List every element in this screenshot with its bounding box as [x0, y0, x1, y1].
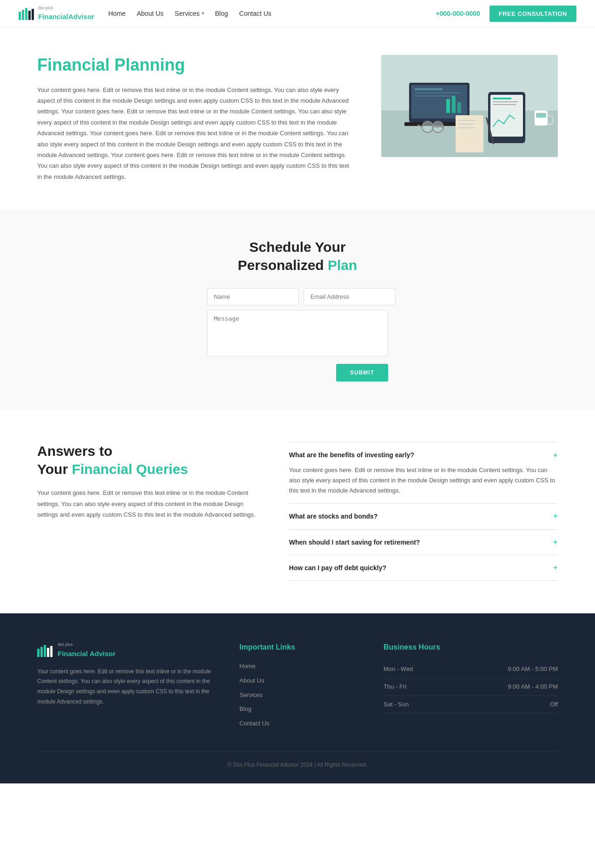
- schedule-title-accent: Plan: [328, 257, 357, 273]
- phone-number: +000-000-0000: [436, 8, 480, 19]
- faq-section: Answers toYour Financial Queries Your co…: [0, 409, 595, 613]
- svg-rect-33: [40, 647, 43, 657]
- nav-item-home[interactable]: Home: [108, 8, 126, 19]
- logo-icon: [19, 7, 35, 20]
- nav-links: Home About Us Services ▾ Blog Contact Us: [108, 8, 271, 19]
- footer-link-services[interactable]: Services: [239, 690, 356, 700]
- faq-question-2[interactable]: When should I start saving for retiremen…: [289, 537, 558, 547]
- logo-brand: divi plus: [38, 5, 94, 11]
- footer-links-title-main: Important: [239, 643, 276, 651]
- faq-question-0[interactable]: What are the benefits of investing early…: [289, 450, 558, 460]
- svg-rect-27: [536, 113, 546, 118]
- footer-link-blog[interactable]: Blog: [239, 704, 356, 714]
- svg-rect-14: [457, 102, 461, 113]
- svg-rect-0: [19, 12, 21, 20]
- hero-title: Financial Planning: [37, 55, 353, 75]
- message-input[interactable]: [207, 310, 388, 356]
- footer-brand-col: divi plus Financial Advisor Your content…: [37, 641, 212, 732]
- footer-hours-title-main: Business: [383, 643, 419, 651]
- faq-left-col: Answers toYour Financial Queries Your co…: [37, 442, 261, 520]
- footer-logo-brand: divi plus: [58, 641, 116, 648]
- footer-link-contact[interactable]: Contact Us: [239, 718, 356, 729]
- footer-links-col: Important Links Home About Us Services B…: [239, 641, 356, 732]
- svg-rect-11: [415, 95, 452, 97]
- logo-accent-text: Advisor: [68, 13, 94, 20]
- hero-title-accent: Planning: [114, 55, 185, 74]
- plus-icon-3: +: [553, 564, 558, 572]
- plus-icon-1: +: [553, 512, 558, 520]
- svg-rect-1: [22, 10, 24, 20]
- svg-rect-19: [493, 101, 518, 102]
- footer-link-home[interactable]: Home: [239, 661, 356, 671]
- svg-rect-17: [490, 95, 523, 137]
- footer-link-about[interactable]: About Us: [239, 675, 356, 686]
- hours-days-1: Thu - Fri: [383, 678, 448, 696]
- footer-logo-accent: Advisor: [90, 650, 116, 658]
- cta-button[interactable]: FREE CONSULTATION: [489, 6, 576, 22]
- nav-item-blog[interactable]: Blog: [215, 8, 228, 19]
- hours-row-0: Mon - Wed 9:00 AM - 5:00 PM: [383, 661, 558, 678]
- hero-image-box: [381, 55, 558, 157]
- faq-question-1[interactable]: What are stocks and bonds? +: [289, 511, 558, 521]
- footer-logo: divi plus Financial Advisor: [37, 641, 212, 659]
- hero-section: Financial Planning Your content goes her…: [0, 27, 595, 210]
- hero-content: Financial Planning Your content goes her…: [37, 55, 353, 182]
- plus-icon-2: +: [553, 538, 558, 546]
- logo-main-text: Financial: [38, 13, 68, 20]
- faq-main-title: Answers toYour Financial Queries: [37, 442, 261, 478]
- nav-item-services[interactable]: Services ▾: [175, 8, 204, 19]
- hours-time-1: 9:00 AM - 4:00 PM: [448, 678, 558, 696]
- faq-main-text: Your content goes here. Edit or remove t…: [37, 487, 261, 520]
- email-input[interactable]: [304, 288, 396, 305]
- hours-row-1: Thu - Fri 9:00 AM - 4:00 PM: [383, 678, 558, 696]
- faq-item-0: What are the benefits of investing early…: [289, 442, 558, 504]
- footer-logo-main: Financial: [58, 650, 88, 658]
- hero-image: [381, 55, 558, 157]
- faq-answer-0: Your content goes here. Edit or remove t…: [289, 465, 558, 496]
- svg-rect-4: [32, 9, 34, 20]
- copyright-text: © Divi Plus Financial Advisor 2024 | All…: [228, 762, 368, 768]
- hero-illustration: [381, 55, 558, 157]
- nav-item-contact[interactable]: Contact Us: [239, 8, 271, 19]
- hours-table: Mon - Wed 9:00 AM - 5:00 PM Thu - Fri 9:…: [383, 661, 558, 713]
- faq-question-text-3: How can I pay off debt quickly?: [289, 563, 386, 573]
- hours-time-2: Off: [448, 696, 558, 713]
- logo[interactable]: divi plus FinancialAdvisor: [19, 5, 94, 22]
- footer-links-list: Home About Us Services Blog Contact Us: [239, 661, 356, 729]
- svg-rect-36: [50, 646, 53, 657]
- faq-question-text-1: What are stocks and bonds?: [289, 511, 378, 521]
- hours-time-0: 9:00 AM - 5:00 PM: [448, 661, 558, 678]
- svg-rect-20: [493, 104, 516, 105]
- minus-icon-0: +: [553, 451, 558, 460]
- form-submit-row: SUBMIT: [207, 364, 388, 381]
- faq-item-1: What are stocks and bonds? +: [289, 504, 558, 529]
- svg-rect-9: [415, 88, 443, 90]
- svg-rect-10: [415, 92, 461, 93]
- logo-text: divi plus FinancialAdvisor: [38, 5, 94, 22]
- footer-links-title-accent: Links: [276, 643, 295, 651]
- schedule-section: Schedule YourPersonalized Plan SUBMIT: [0, 210, 595, 409]
- svg-rect-2: [25, 8, 27, 20]
- hero-body-text: Your content goes here. Edit or remove t…: [37, 85, 353, 183]
- navbar-right: +000-000-0000 FREE CONSULTATION: [436, 6, 576, 22]
- svg-rect-23: [458, 124, 474, 125]
- footer-bottom: © Divi Plus Financial Advisor 2024 | All…: [37, 751, 558, 769]
- navbar-left: divi plus FinancialAdvisor Home About Us…: [19, 5, 271, 22]
- svg-rect-18: [493, 98, 511, 99]
- faq-item-2: When should I start saving for retiremen…: [289, 530, 558, 555]
- name-input[interactable]: [207, 288, 299, 305]
- footer-logo-icon: [37, 644, 54, 657]
- hero-title-main: Financial: [37, 55, 114, 74]
- chevron-down-icon: ▾: [202, 10, 204, 17]
- footer: divi plus Financial Advisor Your content…: [0, 613, 595, 783]
- footer-hours-col: Business Hours Mon - Wed 9:00 AM - 5:00 …: [383, 641, 558, 732]
- faq-right-col: What are the benefits of investing early…: [289, 442, 558, 581]
- hours-days-0: Mon - Wed: [383, 661, 448, 678]
- schedule-form: SUBMIT: [207, 288, 388, 381]
- svg-rect-35: [47, 648, 49, 657]
- nav-item-about[interactable]: About Us: [137, 8, 164, 19]
- form-row-1: [207, 288, 388, 305]
- submit-button[interactable]: SUBMIT: [336, 364, 388, 381]
- faq-question-3[interactable]: How can I pay off debt quickly? +: [289, 563, 558, 573]
- svg-point-28: [422, 121, 433, 132]
